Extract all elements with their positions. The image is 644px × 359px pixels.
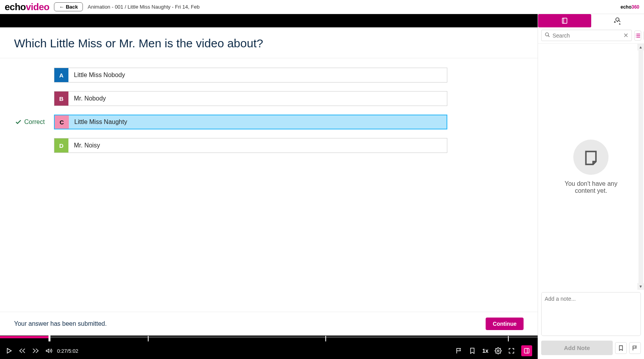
top-header: echovideo ← Back Animation - 001 / Littl… xyxy=(0,0,644,14)
svg-rect-2 xyxy=(562,18,567,23)
answer-text: Mr. Noisy xyxy=(68,138,447,153)
answer-letter: A xyxy=(54,68,68,82)
tab-notes[interactable] xyxy=(538,14,591,27)
video-strip xyxy=(0,14,538,27)
progress-marker[interactable] xyxy=(508,336,509,341)
correct-indicator: Correct xyxy=(15,118,54,126)
svg-point-0 xyxy=(497,350,499,352)
logo[interactable]: echovideo xyxy=(5,2,49,13)
search-icon xyxy=(545,32,550,39)
fullscreen-icon[interactable] xyxy=(508,347,515,354)
submit-strip: Your answer has been submitted. Continue xyxy=(0,312,538,336)
answer-text: Mr. Nobody xyxy=(68,92,447,106)
flag-icon[interactable] xyxy=(456,347,463,354)
settings-gear-icon[interactable] xyxy=(495,347,502,354)
search-wrap: ✕ xyxy=(541,30,632,41)
answer-option[interactable]: DMr. Noisy xyxy=(54,138,447,153)
answer-row: DMr. Noisy xyxy=(0,138,538,153)
notes-empty: You don't have any content yet. xyxy=(565,140,618,194)
player-bar: 0:27/5:02 1x xyxy=(0,336,538,359)
note-bookmark-icon[interactable] xyxy=(615,342,627,354)
progress-bar[interactable] xyxy=(0,336,538,343)
breadcrumb: Animation - 001 / Little Miss Naughty - … xyxy=(88,4,199,10)
progress-fill xyxy=(0,336,48,338)
note-input-wrap xyxy=(541,292,641,336)
answer-row: BMr. Nobody xyxy=(0,91,538,106)
sidebar: ✕ You don't have any content yet. ▲ ▼ xyxy=(538,14,644,359)
note-icon xyxy=(574,140,609,175)
progress-track xyxy=(0,336,538,338)
continue-button[interactable]: Continue xyxy=(486,318,524,330)
clear-search-icon[interactable]: ✕ xyxy=(623,32,628,39)
arrow-left-icon: ← xyxy=(59,4,64,10)
question-title: Which Little Miss or Mr. Men is the vide… xyxy=(0,27,538,58)
answer-text: Little Miss Naughty xyxy=(69,115,447,129)
note-flag-icon[interactable] xyxy=(629,342,641,354)
filter-button[interactable] xyxy=(634,31,641,41)
answer-letter: D xyxy=(54,138,68,153)
logo-part1: echo xyxy=(5,2,26,12)
add-note-button[interactable]: Add Note xyxy=(541,341,613,355)
svg-point-3 xyxy=(545,32,549,36)
back-button[interactable]: ← Back xyxy=(54,2,83,11)
time-display: 0:27/5:02 xyxy=(57,348,78,354)
rewind-icon[interactable] xyxy=(19,347,26,354)
note-footer: Add Note xyxy=(538,338,644,359)
scrollbar[interactable] xyxy=(639,46,643,287)
answer-option[interactable]: CLittle Miss Naughty xyxy=(54,115,447,129)
logo-small: echo360 xyxy=(621,4,639,10)
main-content: Which Little Miss or Mr. Men is the vide… xyxy=(0,14,538,359)
progress-handle[interactable] xyxy=(48,334,50,341)
panel-toggle-icon[interactable] xyxy=(521,345,532,356)
answer-letter: C xyxy=(55,115,69,129)
answer-row: CorrectCLittle Miss Naughty xyxy=(0,115,538,129)
empty-message: You don't have any content yet. xyxy=(565,180,618,194)
scroll-down-icon[interactable]: ▼ xyxy=(637,283,644,290)
tab-discussion[interactable] xyxy=(591,14,644,27)
volume-icon[interactable] xyxy=(45,347,52,354)
search-row: ✕ xyxy=(538,27,644,44)
answer-row: ALittle Miss Nobody xyxy=(0,68,538,83)
notes-body: You don't have any content yet. ▲ ▼ xyxy=(538,44,644,290)
scroll-up-icon[interactable]: ▲ xyxy=(637,44,644,50)
logo-part2: video xyxy=(26,2,49,12)
note-input[interactable] xyxy=(545,296,637,331)
sidebar-tabs xyxy=(538,14,644,27)
answers-list: ALittle Miss NobodyBMr. NobodyCorrectCLi… xyxy=(0,58,538,171)
speed-button[interactable]: 1x xyxy=(482,348,488,354)
bookmark-icon[interactable] xyxy=(469,347,476,354)
back-label: Back xyxy=(66,4,78,10)
svg-rect-1 xyxy=(524,348,529,353)
progress-marker[interactable] xyxy=(148,336,149,341)
answer-text: Little Miss Nobody xyxy=(68,68,447,82)
submitted-message: Your answer has been submitted. xyxy=(14,320,107,327)
answer-letter: B xyxy=(54,92,68,106)
answer-option[interactable]: BMr. Nobody xyxy=(54,91,447,106)
play-icon[interactable] xyxy=(5,347,13,354)
fast-forward-icon[interactable] xyxy=(32,347,39,354)
answer-option[interactable]: ALittle Miss Nobody xyxy=(54,68,447,83)
progress-marker[interactable] xyxy=(325,336,326,341)
search-input[interactable] xyxy=(553,32,621,39)
